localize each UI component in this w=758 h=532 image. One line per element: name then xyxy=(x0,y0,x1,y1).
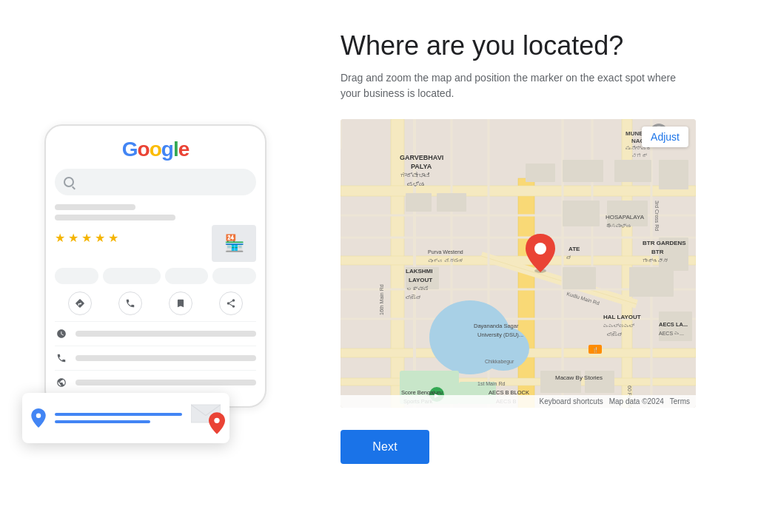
logo-g: G xyxy=(122,138,138,161)
svg-rect-28 xyxy=(406,193,432,212)
action-icons-row xyxy=(55,292,256,315)
logo-o2: o xyxy=(150,138,161,161)
pill-4 xyxy=(212,268,256,284)
svg-text:🍴: 🍴 xyxy=(592,346,599,353)
list-item-website xyxy=(55,370,256,394)
search-icon xyxy=(64,177,74,187)
adjust-button[interactable]: Adjust xyxy=(642,127,688,147)
svg-rect-38 xyxy=(659,160,688,189)
svg-text:16th Main Rd: 16th Main Rd xyxy=(379,284,384,315)
call-icon-btn xyxy=(118,292,142,315)
building-icon: 🏪 xyxy=(224,234,244,253)
svg-text:Dayananda Sagar: Dayananda Sagar xyxy=(474,323,519,329)
svg-text:University (DSU)...: University (DSU)... xyxy=(477,331,523,338)
svg-text:ATE: ATE xyxy=(568,246,580,252)
phone-list-icon xyxy=(55,351,68,365)
svg-rect-31 xyxy=(563,201,600,226)
svg-text:ಹೊಸಪಾಳ್ಯ: ಹೊಸಪಾಳ್ಯ xyxy=(606,223,631,229)
svg-text:BTR GARDENS: BTR GARDENS xyxy=(643,240,686,246)
business-image: 🏪 xyxy=(212,225,256,262)
address-text-lines xyxy=(55,413,182,423)
save-icon-btn xyxy=(169,292,192,315)
svg-rect-34 xyxy=(563,267,596,289)
svg-rect-36 xyxy=(563,160,603,182)
svg-text:ಲೇಔಟ್: ಲೇಔಟ್ xyxy=(607,331,622,337)
svg-text:Macaw By Stories: Macaw By Stories xyxy=(555,374,603,381)
next-button[interactable]: Next xyxy=(341,430,429,464)
svg-point-0 xyxy=(36,414,41,419)
directions-icon-btn xyxy=(68,292,92,315)
svg-text:ಟ್: ಟ್ xyxy=(566,255,571,260)
svg-text:ನಗರ್: ನಗರ್ xyxy=(631,153,647,158)
svg-text:HOSAPALAYA: HOSAPALAYA xyxy=(606,214,645,220)
svg-point-2 xyxy=(214,418,219,423)
keyboard-shortcuts-link[interactable]: Keyboard shortcuts xyxy=(540,397,603,405)
list-item-phone xyxy=(55,346,256,370)
map-footer: Keyboard shortcuts Map data ©2024 Terms xyxy=(341,395,696,408)
phone-mockup: G o o g l e ★ ★ ★ ★ ★ xyxy=(44,124,266,408)
svg-text:BTR: BTR xyxy=(651,249,664,255)
svg-text:ಲೇಔಟ್: ಲೇಔಟ್ xyxy=(406,294,420,300)
placeholder-line-1 xyxy=(55,204,135,210)
svg-rect-10 xyxy=(341,378,696,385)
pill-3 xyxy=(165,268,209,284)
pill-1 xyxy=(55,268,98,284)
svg-text:AECS LA...: AECS LA... xyxy=(659,321,688,328)
svg-text:3rd Cross Rd: 3rd Cross Rd xyxy=(654,201,660,231)
svg-text:GARVEBHAVI: GARVEBHAVI xyxy=(400,154,443,161)
map-data-text: Map data ©2024 xyxy=(609,397,664,405)
page-subtitle: Drag and zoom the map and position the m… xyxy=(341,70,681,101)
svg-text:ಪಳ್ಯ: ಪಳ್ಯ xyxy=(407,181,425,188)
phone-line xyxy=(76,355,256,361)
terms-link[interactable]: Terms xyxy=(670,397,690,405)
svg-rect-35 xyxy=(526,164,555,182)
list-items xyxy=(55,321,256,394)
pill-2 xyxy=(103,268,161,284)
address-line-1 xyxy=(55,413,182,416)
star-4: ★ xyxy=(95,231,105,245)
address-line-2 xyxy=(55,420,150,423)
svg-text:ಲಕ್ಷ್ಮಿ: ಲಕ್ಷ್ಮಿ xyxy=(407,286,429,292)
logo-o1: o xyxy=(138,138,150,161)
svg-text:HAL LAYOUT: HAL LAYOUT xyxy=(603,314,641,320)
star-5: ★ xyxy=(108,231,118,245)
svg-text:PALYA: PALYA xyxy=(411,163,432,170)
svg-text:ಗಾರ್ವೇಭಾವಿ: ಗಾರ್ವೇಭಾವಿ xyxy=(400,172,430,179)
svg-text:Chikkabegur: Chikkabegur xyxy=(485,359,514,365)
svg-rect-29 xyxy=(437,193,466,212)
svg-rect-5 xyxy=(518,178,534,408)
search-bar xyxy=(55,169,256,195)
left-illustration-panel: G o o g l e ★ ★ ★ ★ ★ xyxy=(0,0,311,532)
svg-text:Purva Westend: Purva Westend xyxy=(428,249,463,255)
svg-rect-37 xyxy=(614,160,651,182)
svg-text:ಎಎಲ್ಐಎಲ್: ಎಎಲ್ಐಎಲ್ xyxy=(603,323,634,329)
globe-icon xyxy=(55,376,68,389)
list-item-hours xyxy=(55,321,256,346)
right-panel: Where are you located? Drag and zoom the… xyxy=(311,0,758,532)
star-1: ★ xyxy=(55,231,65,245)
address-pin-icon xyxy=(31,408,46,428)
svg-text:AECS ಎ...: AECS ಎ... xyxy=(659,331,684,336)
star-2: ★ xyxy=(68,231,78,245)
map-container[interactable]: 🍴 ▶ MUNESHWARA NAGAR ಮುನೇಶ್ವರ ನಗರ್ GARVE… xyxy=(341,119,696,408)
page-title: Where are you located? xyxy=(341,30,714,61)
share-icon-btn xyxy=(219,292,243,315)
stars-row: ★ ★ ★ ★ ★ xyxy=(55,231,206,245)
hours-line xyxy=(76,331,256,337)
pills-row xyxy=(55,268,256,284)
svg-text:ಪೂರ್ವ ವೆಸ್ಟೆಂಡ್: ಪೂರ್ವ ವೆಸ್ಟೆಂಡ್ xyxy=(428,258,463,263)
svg-text:LAKSHMI: LAKSHMI xyxy=(406,268,432,275)
placeholder-line-2 xyxy=(55,215,175,220)
logo-e: e xyxy=(178,138,190,161)
svg-rect-33 xyxy=(629,267,674,297)
svg-text:1st Main Rd: 1st Main Rd xyxy=(477,381,505,386)
address-card xyxy=(22,393,229,443)
svg-text:ಗಾರ್ಡನ್ಸ್: ಗಾರ್ಡನ್ಸ್ xyxy=(643,258,668,263)
clock-icon xyxy=(55,327,68,340)
google-logo: G o o g l e xyxy=(55,138,256,161)
svg-point-94 xyxy=(534,243,546,255)
envelope-icon xyxy=(191,403,221,433)
svg-rect-7 xyxy=(341,186,696,196)
star-3: ★ xyxy=(81,231,92,245)
website-line xyxy=(76,380,256,385)
